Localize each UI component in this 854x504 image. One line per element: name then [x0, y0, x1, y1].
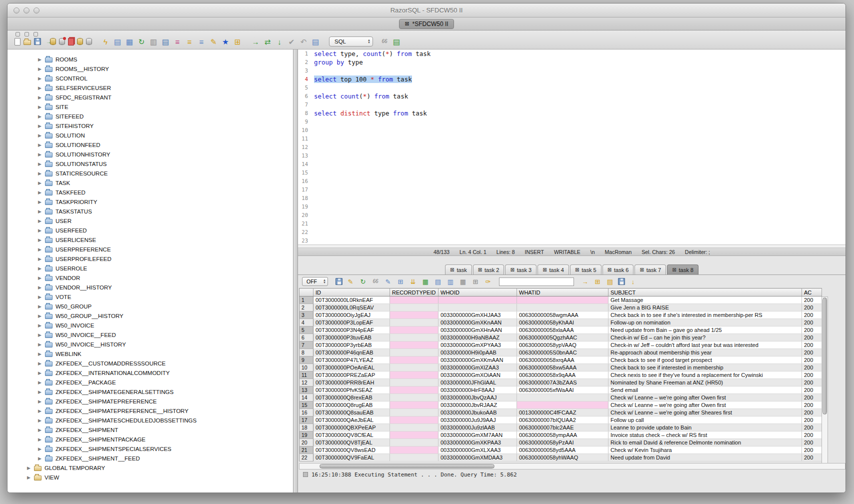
- sidebar-item-w50-invoice[interactable]: ▶W50_INVOICE: [8, 320, 293, 330]
- disclosure-triangle-icon[interactable]: ▶: [38, 209, 42, 214]
- cell-ac[interactable]: 200: [802, 454, 822, 462]
- cell-whatid[interactable]: 006300000058xw5AAA: [517, 364, 608, 372]
- disclosure-triangle-icon[interactable]: ▶: [38, 361, 42, 366]
- cell-subject[interactable]: Follow up call: [608, 416, 802, 424]
- disclosure-triangle-icon[interactable]: ▶: [38, 323, 42, 328]
- table-row[interactable]: 1200T3000000PRR8rEAH0033000000JFhGlAAL00…: [300, 379, 822, 386]
- sidebar-item-view[interactable]: ▶VIEW: [8, 472, 293, 482]
- database-icon[interactable]: [86, 38, 92, 45]
- disclosure-triangle-icon[interactable]: ▶: [38, 408, 42, 414]
- result-tab-3[interactable]: ⊠task 3: [505, 264, 536, 274]
- sort-list-icon[interactable]: ≡: [185, 37, 194, 46]
- cell-ac[interactable]: 200: [802, 416, 822, 424]
- table-row[interactable]: 1900T3000000QV8CfEAL0033000000GmXM7AAN00…: [300, 432, 822, 439]
- cell-subject[interactable]: Need update from David: [608, 454, 802, 462]
- sql-editor[interactable]: 1234567891011121314151617181920212223 se…: [298, 50, 846, 244]
- cell-ac[interactable]: 200: [802, 312, 822, 319]
- cell-whoid[interactable]: 0033000000H9i0pAAB: [438, 349, 517, 356]
- cell-whatid[interactable]: 006300000058yPzAAI: [517, 439, 608, 446]
- code-line[interactable]: select distinct type from task: [314, 109, 846, 118]
- disclosure-triangle-icon[interactable]: ▶: [38, 314, 42, 318]
- sql-code-area[interactable]: select type, count(*) from taskgroup by …: [310, 50, 846, 244]
- cell-recordtypeid[interactable]: [390, 394, 438, 402]
- down-arrow-icon[interactable]: ↓: [275, 37, 284, 46]
- disconnect-icon[interactable]: [59, 38, 65, 45]
- disclosure-triangle-icon[interactable]: ▶: [38, 162, 42, 166]
- cell-ac[interactable]: 200: [802, 386, 822, 394]
- cell-recordtypeid[interactable]: [390, 349, 438, 356]
- cell-id[interactable]: 00T3000000P3tuvEAB: [314, 334, 390, 342]
- tab-close-icon[interactable]: ⊠: [404, 20, 409, 27]
- scroll-thumb[interactable]: [320, 464, 494, 468]
- cell-whoid[interactable]: 0033000000H9aNBAAZ: [438, 334, 517, 342]
- disclosure-triangle-icon[interactable]: ▶: [38, 456, 42, 461]
- cell-ac[interactable]: 200: [802, 364, 822, 372]
- sidebar-item-zkfedex-shipmategeneralsettings[interactable]: ▶ZKFEDEX__SHIPMATEGENERALSETTINGS: [8, 387, 293, 396]
- table-row[interactable]: 900T3000000P47LYEAZ0033000000GmXKmAAN006…: [300, 356, 822, 364]
- table-row[interactable]: 200T3000000L0RqSEAVGive Jenn a BIG RAISE…: [300, 304, 822, 312]
- table-row[interactable]: 300T3000000OiyJgEAJ0033000000GmXHJAA3006…: [300, 312, 822, 319]
- cell-whoid[interactable]: 0033000000GmXKmAAN: [438, 356, 517, 364]
- cell-ac[interactable]: 200: [802, 334, 822, 342]
- sidebar-item-sitefeed[interactable]: ▶SITEFEED: [8, 112, 293, 121]
- table-copy-icon[interactable]: ⊞: [471, 277, 480, 286]
- cell-ac[interactable]: 200: [802, 356, 822, 364]
- sidebar-item-solutionhistory[interactable]: ▶SOLUTIONHISTORY: [8, 150, 293, 159]
- table-row[interactable]: 1300T3000000PfvKSEAZ0033000000HirF8AAJ00…: [300, 386, 822, 394]
- cell-whoid[interactable]: 0033000000GmXKnAAN: [438, 319, 517, 326]
- column-header-ac[interactable]: AC: [802, 288, 822, 296]
- disclosure-triangle-icon[interactable]: ▶: [38, 238, 42, 242]
- sidebar-item-global-temporary[interactable]: ▶GLOBAL TEMPORARY: [8, 463, 293, 472]
- disclosure-triangle-icon[interactable]: ▶: [38, 266, 42, 271]
- cell-subject[interactable]: Re-approach about membership this year: [608, 349, 802, 356]
- new-connection-icon[interactable]: [77, 38, 83, 45]
- disclosure-triangle-icon[interactable]: ▶: [38, 380, 42, 385]
- cell-recordtypeid[interactable]: [390, 416, 438, 424]
- tab-close-icon[interactable]: ⊠: [478, 267, 482, 272]
- swap-arrows-icon[interactable]: ⇄: [263, 37, 272, 46]
- cell-subject[interactable]: Check back to see if good target prospec…: [608, 356, 802, 364]
- table-row[interactable]: 1000T3000000POeAnEAL0033000000GmXIZAA300…: [300, 364, 822, 372]
- table-row[interactable]: 1400T3000000Q8rexEAB0033000000JbvQzAAJCh…: [300, 394, 822, 402]
- cell-id[interactable]: 00T3000000L0RqSEAV: [314, 304, 390, 312]
- cell-whatid[interactable]: 006300000058ympAAA: [517, 432, 608, 439]
- cell-whoid[interactable]: 0033000000GmXMDAA3: [438, 454, 517, 462]
- save-icon[interactable]: [34, 38, 41, 45]
- cell-whoid[interactable]: 0033000000GmXKPAA3: [438, 439, 517, 446]
- copy-icon[interactable]: ▦: [458, 277, 468, 286]
- sidebar-item-userrole[interactable]: ▶USERROLE: [8, 264, 293, 273]
- sidebar-item-solution[interactable]: ▶SOLUTION: [8, 130, 293, 140]
- cell-recordtypeid[interactable]: [390, 432, 438, 439]
- code-line[interactable]: [314, 100, 846, 109]
- sidebar-item-zkfedex-shipment[interactable]: ▶ZKFEDEX__SHIPMENT: [8, 425, 293, 434]
- disclosure-triangle-icon[interactable]: ▶: [38, 247, 42, 252]
- cell-ac[interactable]: 200: [802, 296, 822, 304]
- cell-recordtypeid[interactable]: [390, 446, 438, 454]
- sidebar-item-w50-group-history[interactable]: ▶W50_GROUP__HISTORY: [8, 311, 293, 320]
- sidebar-item-user[interactable]: ▶USER: [8, 216, 293, 226]
- cell-whatid[interactable]: 006300000058x9qAAA: [517, 372, 608, 379]
- cell-whatid[interactable]: 00630000007blc2AAE: [517, 424, 608, 432]
- cell-whatid[interactable]: 00630000007A3bZAAS: [517, 379, 608, 386]
- cell-recordtypeid[interactable]: [390, 386, 438, 394]
- column-header-id[interactable]: ID: [314, 288, 390, 296]
- cell-ac[interactable]: 200: [802, 446, 822, 454]
- cell-subject[interactable]: Follow-up on nomination: [608, 319, 802, 326]
- cell-subject[interactable]: Check w/ Leanne – we're going after Owen…: [608, 394, 802, 402]
- sidebar-item-userprofilefeed[interactable]: ▶USERPROFILEFEED: [8, 254, 293, 264]
- sidebar-item-rooms[interactable]: ▶ROOMS: [8, 54, 293, 64]
- code-line[interactable]: [314, 143, 846, 152]
- cell-ac[interactable]: 200: [802, 409, 822, 416]
- cell-recordtypeid[interactable]: [390, 304, 438, 312]
- cell-ac[interactable]: 200: [802, 319, 822, 326]
- tab-close-icon[interactable]: ⊠: [608, 267, 612, 272]
- max-rows-select[interactable]: OFF ▲▼: [302, 277, 328, 286]
- sidebar-item-scontrol[interactable]: ▶SCONTROL: [8, 74, 293, 83]
- code-line[interactable]: [314, 84, 846, 92]
- cell-subject[interactable]: Check nexis to see if they've found a re…: [608, 372, 802, 379]
- cell-recordtypeid[interactable]: [390, 319, 438, 326]
- results-grid[interactable]: IDRECORDTYPEIDWHOIDWHATIDSUBJECTAC100T30…: [299, 288, 822, 462]
- table-row[interactable]: 1600T3000000Q8sauEAB0033000000JbukoAAB00…: [300, 409, 822, 416]
- cell-ac[interactable]: 200: [802, 304, 822, 312]
- cell-whatid[interactable]: [517, 394, 608, 402]
